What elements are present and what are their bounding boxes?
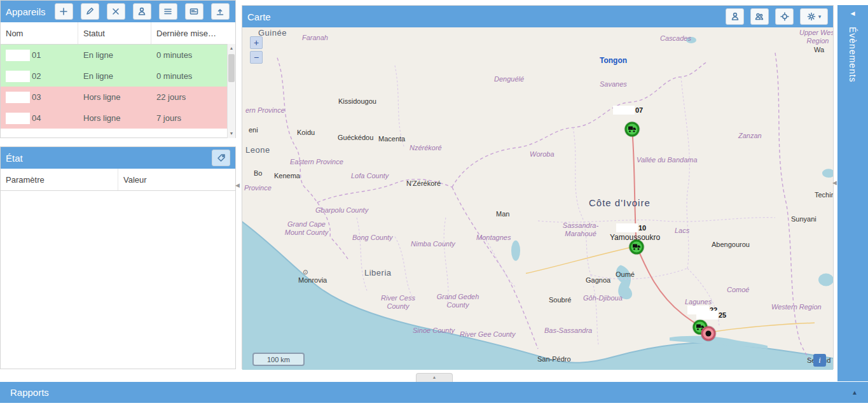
- caret-down-icon: ▾: [818, 13, 822, 20]
- map-label-kissidougou: Kissidougou: [338, 97, 376, 106]
- device-name-redaction: [6, 50, 30, 61]
- show-geofences-button[interactable]: [775, 8, 794, 25]
- device-row[interactable]: 02 En ligne 0 minutes: [1, 66, 228, 87]
- reports-panel-collapsed[interactable]: Rapports ▲: [0, 382, 868, 403]
- map-label-liberia: Liberia: [364, 269, 392, 278]
- map-label-savanes: Savanes: [600, 80, 627, 88]
- zoom-in-button[interactable]: +: [250, 36, 263, 49]
- zoom-out-button[interactable]: −: [250, 51, 263, 64]
- device-marker-10[interactable]: [630, 240, 644, 255]
- truck-icon: [633, 244, 641, 251]
- device-status-cell: Hors ligne: [78, 92, 151, 102]
- map-label-gbarpolu-county: Gbarpolu County: [315, 206, 368, 215]
- marker-label-redaction: [613, 106, 635, 115]
- map-label-bo: Bo: [254, 169, 262, 178]
- device-marker-label-07: 07: [613, 106, 643, 115]
- person-icon: [137, 7, 146, 16]
- marker-label-text: 07: [635, 106, 643, 114]
- groups-button[interactable]: [159, 3, 177, 20]
- map-label-nz-r-kor-: Nzérékoré: [410, 144, 442, 152]
- follow-device-button[interactable]: [726, 8, 744, 25]
- events-panel-collapsed[interactable]: ◀ Évènements: [837, 5, 868, 381]
- command-upload-button[interactable]: [211, 3, 230, 20]
- map-scale-line: 100 km: [252, 353, 305, 366]
- map-canvas[interactable]: GuinéeFaranahKissidougouern ProvinceeniK…: [242, 27, 833, 370]
- device-name-redaction: [6, 92, 30, 103]
- x-icon: [111, 7, 120, 16]
- device-name-cell: 04: [1, 113, 78, 124]
- device-marker-label-10: 10: [616, 223, 646, 232]
- left-splitter-collapse-icon[interactable]: ◀: [235, 182, 240, 188]
- column-header-derniere-mise[interactable]: Dernière mise…: [151, 22, 235, 44]
- map-label-c-te-d-ivoire: Côte d'Ivoire: [589, 197, 651, 208]
- upload-icon: [216, 7, 224, 16]
- map-label-n-z-r-kor-: N'Zérékoré: [406, 179, 441, 188]
- scrollbar-thumb[interactable]: [228, 54, 235, 82]
- map-zoom-control: + −: [250, 36, 263, 64]
- map-label-bas-sassandra: Bas-Sassandra: [544, 327, 592, 335]
- devices-toolbar: [55, 3, 230, 20]
- map-label-kenema: Kenema: [274, 172, 300, 180]
- map-label-tongon: Tongon: [600, 57, 627, 66]
- crosshair-icon: [780, 12, 789, 21]
- map-label-abengourou: Abengourou: [712, 241, 750, 249]
- map-label-wa: Wa: [814, 46, 824, 54]
- column-header-statut[interactable]: Statut: [78, 22, 151, 44]
- map-label-river-cess-county: River Cess County: [379, 294, 417, 310]
- device-row[interactable]: 03 Hors ligne 22 jours: [1, 87, 228, 108]
- plus-icon: [59, 7, 68, 16]
- map-label-bong-county: Bong County: [352, 234, 393, 242]
- reports-expand-icon[interactable]: ▲: [851, 389, 858, 396]
- device-row[interactable]: 04 Hors ligne 7 jours: [1, 108, 228, 129]
- map-label-techim: Techim: [815, 191, 833, 199]
- map-label-eastern-province: Eastern Province: [290, 158, 343, 166]
- map-label-gagnoa: Gagnoa: [586, 276, 610, 285]
- map-label-sassandra-marahou-: Sassandra-Marahoué: [555, 222, 606, 237]
- map-label-nimba-county: Nimba County: [411, 240, 455, 248]
- devices-panel-header: Appareils: [1, 1, 235, 22]
- attributes-tag-button[interactable]: [212, 150, 230, 166]
- map-label-grand-gedeh-county: Grand Gedeh County: [435, 293, 481, 309]
- events-expand-icon[interactable]: ◀: [851, 10, 855, 17]
- map-label-montagnes: Montagnes: [476, 234, 511, 242]
- scroll-up-icon[interactable]: ▲: [228, 44, 235, 53]
- device-name-redaction: [6, 113, 30, 124]
- traccar-app: Appareils: [0, 0, 868, 408]
- map-label-san-p-dro: San-Pédro: [537, 355, 571, 363]
- map-label-oum-: Oumé: [616, 271, 635, 279]
- device-remove-button[interactable]: [107, 3, 125, 20]
- devices-scrollbar[interactable]: ▲ ▼: [227, 44, 235, 138]
- column-header-parametre[interactable]: Paramètre: [1, 169, 118, 190]
- map-label-grand-cape-mount-county: Grand Cape Mount County: [279, 220, 334, 236]
- list-icon: [163, 7, 172, 16]
- drivers-button[interactable]: [133, 3, 151, 20]
- truck-icon: [628, 126, 637, 133]
- map-label-zanzan: Zanzan: [738, 132, 762, 140]
- attributes-button[interactable]: [185, 3, 203, 20]
- device-add-button[interactable]: [55, 3, 73, 20]
- reports-expand-handle[interactable]: ▲: [416, 373, 453, 382]
- device-status-cell: En ligne: [78, 50, 151, 60]
- column-header-nom[interactable]: Nom: [1, 22, 78, 44]
- scroll-down-icon[interactable]: ▼: [228, 129, 235, 138]
- map-label-lofa-county: Lofa County: [351, 172, 389, 180]
- map-settings-dropdown[interactable]: ▾: [800, 8, 828, 25]
- device-edit-button[interactable]: [81, 3, 99, 20]
- device-marker-07[interactable]: [625, 122, 640, 137]
- right-splitter-collapse-icon[interactable]: ◀: [832, 179, 837, 186]
- column-header-valeur[interactable]: Valeur: [118, 169, 235, 190]
- pencil-icon: [85, 7, 94, 16]
- device-name-redaction: [6, 71, 30, 82]
- map-label-g-h-djiboua: Gôh-Djiboua: [583, 294, 623, 302]
- map-label-leone: Leone: [245, 146, 270, 155]
- marker-label-text: 10: [638, 224, 646, 232]
- map-label-monrovia: Monrovia: [298, 276, 327, 285]
- device-update-cell: 22 jours: [151, 92, 228, 102]
- show-all-devices-button[interactable]: [750, 8, 769, 25]
- map-attribution-button[interactable]: i: [813, 354, 826, 367]
- device-row[interactable]: 01 En ligne 0 minutes: [1, 45, 228, 66]
- state-grid-header: Paramètre Valeur: [1, 169, 235, 191]
- scrollbar-track[interactable]: [228, 53, 235, 129]
- device-marker-25[interactable]: [701, 327, 716, 341]
- marker-label-text: 25: [719, 311, 726, 319]
